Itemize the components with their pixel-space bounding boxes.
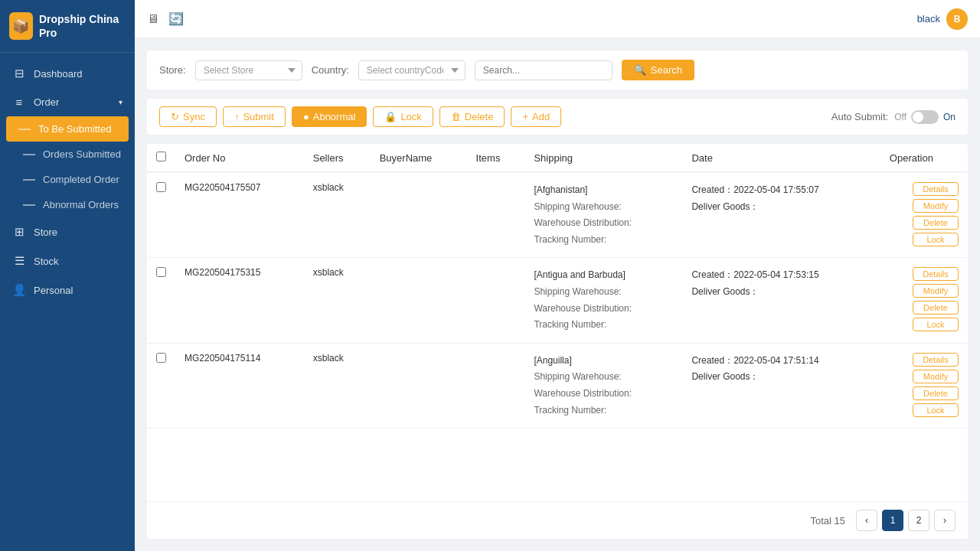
row-checkbox-2[interactable] — [156, 353, 166, 363]
col-operation: Operation — [880, 144, 968, 172]
chevron-down-icon: ▾ — [119, 98, 122, 106]
app-name: Dropship China Pro — [39, 12, 126, 40]
row-checkbox-0[interactable] — [156, 182, 166, 192]
table-row: MG220504175114 xsblack [Anguilla] Shippi… — [147, 343, 968, 428]
select-all-header — [147, 144, 175, 172]
store-icon: ⊞ — [12, 225, 26, 239]
sellers-cell: xsblack — [304, 172, 371, 258]
store-select[interactable]: Select Store — [195, 60, 302, 80]
table-row: MG220504175315 xsblack [Antigua and Barb… — [147, 258, 968, 343]
select-all-checkbox[interactable] — [156, 152, 166, 161]
items-cell — [467, 172, 525, 258]
sub-dot — [18, 129, 31, 130]
page-2-button[interactable]: 2 — [908, 510, 929, 531]
col-buyer-name: BuyerName — [371, 144, 467, 172]
filter-bar: Store: Select Store Country: Select coun… — [147, 51, 968, 90]
user-name: black — [917, 13, 940, 24]
op-modify-button-2[interactable]: Modify — [913, 370, 959, 383]
add-button[interactable]: + Add — [511, 106, 561, 127]
row-checkbox-1[interactable] — [156, 267, 166, 277]
sub-dot — [23, 179, 35, 181]
monitor-icon[interactable]: 🖥 — [147, 12, 159, 26]
orders-table: Order No Sellers BuyerName Items Shippin… — [147, 144, 968, 539]
order-no-cell: MG220504175114 — [175, 343, 304, 428]
logo-icon: 📦 — [9, 12, 33, 40]
sidebar-item-label: Orders Submitted — [43, 148, 121, 160]
op-lock-button-1[interactable]: Lock — [913, 318, 959, 331]
warning-icon: ● — [303, 111, 309, 122]
op-delete-button-2[interactable]: Delete — [913, 386, 959, 400]
op-details-button-0[interactable]: Details — [913, 182, 959, 196]
sync-button[interactable]: ↻ Sync — [159, 106, 217, 127]
op-lock-button-2[interactable]: Lock — [913, 403, 959, 417]
sidebar-item-label: Stock — [34, 256, 59, 267]
deliver-date: Deliver Goods： — [691, 284, 871, 301]
lock-button[interactable]: 🔒 Lock — [373, 106, 433, 127]
warehouse-distribution: Warehouse Distribution: — [534, 215, 673, 232]
search-icon: 🔍 — [634, 64, 646, 76]
sidebar-item-stock[interactable]: ☰ Stock — [0, 246, 135, 276]
auto-submit-toggle[interactable] — [911, 110, 939, 124]
order-icon: ≡ — [12, 96, 26, 109]
table-scroll[interactable]: Order No Sellers BuyerName Items Shippin… — [147, 144, 968, 501]
abnormal-button[interactable]: ● Abnormal — [292, 106, 368, 127]
sidebar-item-completed-order[interactable]: Completed Order — [0, 167, 135, 192]
sidebar-item-label: Order — [34, 96, 59, 108]
col-sellers: Sellers — [304, 144, 371, 172]
stock-icon: ☰ — [12, 254, 26, 268]
total-count: Total 15 — [810, 515, 845, 527]
sidebar-item-store[interactable]: ⊞ Store — [0, 217, 135, 246]
main-content: 🖥 🔄 black B Store: Select Store Country:… — [135, 0, 980, 551]
next-page-button[interactable]: › — [934, 510, 956, 531]
row-checkbox-cell — [147, 172, 175, 258]
search-button[interactable]: 🔍 Search — [622, 60, 694, 80]
plus-icon: + — [522, 111, 528, 122]
op-modify-button-1[interactable]: Modify — [913, 284, 959, 298]
sidebar-item-personal[interactable]: 👤 Personal — [0, 276, 135, 305]
refresh-icon[interactable]: 🔄 — [168, 11, 184, 26]
upload-icon: ↑ — [234, 111, 240, 122]
warehouse-distribution: Warehouse Distribution: — [534, 386, 673, 403]
sidebar-item-dashboard[interactable]: ⊟ Dashboard — [0, 59, 135, 88]
sidebar-item-label: Personal — [34, 285, 73, 296]
date-cell: Created：2022-05-04 17:51:14 Deliver Good… — [682, 343, 880, 428]
sidebar-item-abnormal-orders[interactable]: Abnormal Orders — [0, 192, 135, 217]
col-items: Items — [467, 144, 525, 172]
topbar-left: 🖥 🔄 — [147, 11, 184, 26]
sidebar-item-orders-submitted[interactable]: Orders Submitted — [0, 142, 135, 167]
search-input[interactable] — [475, 60, 612, 80]
shipping-country: [Afghanistan] — [534, 182, 673, 199]
action-bar: ↻ Sync ↑ Submit ● Abnormal 🔒 Lock 🗑 Dele… — [147, 99, 968, 135]
content-area: Store: Select Store Country: Select coun… — [135, 38, 980, 551]
shipping-cell: [Anguilla] Shipping Warehouse: Warehouse… — [524, 343, 682, 428]
items-cell — [467, 258, 525, 343]
col-date: Date — [682, 144, 880, 172]
shipping-cell: [Afghanistan] Shipping Warehouse: Wareho… — [524, 172, 682, 258]
avatar: B — [946, 8, 968, 30]
sidebar-item-to-be-submitted[interactable]: To Be Submitted — [6, 116, 129, 142]
buyer-name-cell — [371, 258, 467, 343]
shipping-country: [Antigua and Barbuda] — [534, 267, 673, 284]
op-delete-button-1[interactable]: Delete — [913, 301, 959, 315]
op-details-button-1[interactable]: Details — [913, 267, 959, 281]
op-details-button-2[interactable]: Details — [913, 353, 959, 367]
page-1-button[interactable]: 1 — [882, 510, 903, 531]
toggle-off-label: Off — [894, 112, 906, 122]
country-select[interactable]: Select countryCode — [358, 60, 466, 80]
order-no-cell: MG220504175507 — [175, 172, 304, 258]
prev-page-button[interactable]: ‹ — [856, 510, 877, 531]
delete-icon: 🗑 — [451, 111, 461, 122]
lock-icon: 🔒 — [384, 111, 397, 122]
table-row: MG220504175507 xsblack [Afghanistan] Shi… — [147, 172, 968, 258]
op-modify-button-0[interactable]: Modify — [913, 199, 959, 213]
sync-icon: ↻ — [171, 111, 179, 122]
delete-button[interactable]: 🗑 Delete — [439, 106, 505, 127]
submit-button[interactable]: ↑ Submit — [223, 106, 286, 127]
toggle-wrap: Off On — [894, 110, 956, 124]
op-delete-button-0[interactable]: Delete — [913, 216, 959, 230]
topbar: 🖥 🔄 black B — [135, 0, 980, 38]
op-lock-button-0[interactable]: Lock — [913, 233, 959, 246]
country-label: Country: — [312, 64, 349, 76]
sidebar-item-order[interactable]: ≡ Order ▾ — [0, 88, 135, 116]
row-checkbox-cell — [147, 258, 175, 343]
